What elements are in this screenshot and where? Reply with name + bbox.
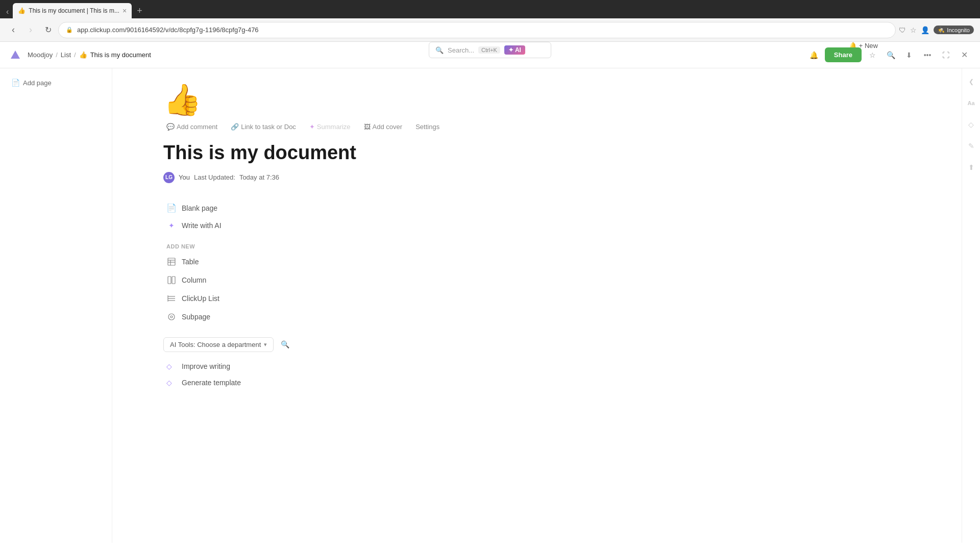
- breadcrumb-sep-1: /: [56, 51, 58, 59]
- add-comment-btn[interactable]: 💬 Add comment: [163, 121, 220, 132]
- nav-actions: 🛡 ☆ 👤 🕵 Incognito: [899, 26, 974, 34]
- header-right-actions: 🔔 Share ☆ 🔍 ⬇ ••• ⛶ ✕: [806, 47, 972, 63]
- column-icon: [166, 275, 177, 285]
- bell-icon-btn[interactable]: 🔔: [806, 47, 822, 63]
- improve-writing-option[interactable]: ◇ Improve writing: [163, 358, 911, 374]
- doc-main: 👍 💬 Add comment 🔗 Link to task or Doc ✦ …: [112, 68, 962, 543]
- breadcrumb-list[interactable]: List: [61, 51, 71, 59]
- doc-meta: LG You Last Updated: Today at 7:36: [163, 172, 911, 183]
- breadcrumb: Moodjoy / List / 👍 This is my document: [28, 51, 801, 59]
- table-option[interactable]: Table: [163, 253, 911, 271]
- right-sidebar-share-btn[interactable]: ⬆: [964, 160, 978, 174]
- add-comment-label: Add comment: [177, 123, 217, 131]
- new-tab-btn[interactable]: +: [134, 6, 145, 18]
- generate-template-label: Generate template: [182, 379, 241, 387]
- more-icon-btn[interactable]: •••: [920, 47, 935, 63]
- ai-tools-row: AI Tools: Choose a department ▾ 🔍: [163, 337, 911, 352]
- svg-rect-5: [168, 277, 171, 284]
- back-btn[interactable]: ‹: [6, 23, 20, 37]
- summarize-label: Summarize: [317, 123, 351, 131]
- clickup-list-label: ClickUp List: [182, 294, 219, 303]
- svg-point-12: [170, 316, 173, 318]
- search-icon-btn[interactable]: 🔍: [883, 47, 898, 63]
- column-label: Column: [182, 276, 206, 284]
- url-lock-icon: 🔒: [66, 27, 73, 33]
- clickup-list-option[interactable]: ClickUp List: [163, 289, 911, 308]
- ai-tools-dropdown[interactable]: AI Tools: Choose a department ▾: [163, 337, 274, 352]
- profile-icon[interactable]: 👤: [921, 26, 929, 34]
- url-text: app.clickup.com/9016164592/v/dc/8cpfg7g-…: [77, 26, 259, 34]
- svg-rect-6: [172, 277, 175, 284]
- doc-emoji: 👍: [163, 85, 911, 115]
- download-icon-btn[interactable]: ⬇: [901, 47, 917, 63]
- shield-icon: 🛡: [899, 26, 906, 34]
- add-page-label: Add page: [23, 79, 52, 87]
- summarize-btn[interactable]: ✦ Summarize: [306, 121, 354, 132]
- improve-writing-icon: ◇: [166, 362, 177, 370]
- add-cover-label: Add cover: [373, 123, 403, 131]
- blank-page-option[interactable]: 📄 Blank page: [163, 199, 911, 217]
- last-updated-label: Last Updated:: [194, 173, 235, 181]
- doc-layout: 📄 Add page 👍 💬 Add comment 🔗 Link to tas…: [0, 68, 980, 543]
- doc-title[interactable]: This is my document: [163, 141, 911, 165]
- incognito-badge: 🕵 Incognito: [934, 26, 974, 34]
- add-page-icon: 📄: [11, 79, 20, 87]
- subpage-option[interactable]: Subpage: [163, 308, 911, 326]
- star-icon-btn[interactable]: ☆: [865, 47, 880, 63]
- tab-favicon: 👍: [18, 7, 26, 14]
- improve-writing-label: Improve writing: [182, 362, 230, 370]
- author-name: You: [179, 173, 190, 181]
- breadcrumb-emoji: 👍: [79, 51, 87, 59]
- tab-back-btn[interactable]: ‹: [4, 7, 11, 16]
- browser-chrome: ‹ 👍 This is my document | This is m... ×…: [0, 0, 980, 42]
- timestamp: Today at 7:36: [239, 173, 279, 181]
- forward-btn[interactable]: ›: [23, 23, 38, 37]
- right-sidebar-text-btn[interactable]: Aa: [964, 96, 978, 110]
- breadcrumb-doc-title: This is my document: [90, 51, 151, 59]
- breadcrumb-workspace[interactable]: Moodjoy: [28, 51, 53, 59]
- active-tab[interactable]: 👍 This is my document | This is m... ×: [13, 3, 132, 18]
- add-new-label: ADD NEW: [163, 238, 911, 253]
- right-sidebar-link-btn[interactable]: ◇: [964, 117, 978, 132]
- generate-template-option[interactable]: ◇ Generate template: [163, 374, 911, 391]
- right-sidebar: ❮ Aa ◇ ✎ ⬆: [962, 68, 980, 543]
- bookmark-icon[interactable]: ☆: [910, 26, 917, 34]
- close-icon-btn[interactable]: ✕: [957, 47, 972, 63]
- right-sidebar-collapse-btn[interactable]: ❮: [964, 74, 978, 89]
- nav-bar: ‹ › ↻ 🔒 app.clickup.com/9016164592/v/dc/…: [0, 18, 980, 42]
- app-logo[interactable]: [8, 48, 22, 62]
- app-header: Moodjoy / List / 👍 This is my document 🔔…: [0, 42, 980, 68]
- content-options: 📄 Blank page ✦ Write with AI: [163, 199, 911, 234]
- settings-label: Settings: [415, 123, 439, 131]
- list-icon: [166, 293, 177, 304]
- svg-marker-0: [11, 51, 20, 59]
- subpage-icon: [166, 312, 177, 322]
- write-with-ai-option[interactable]: ✦ Write with AI: [163, 217, 911, 234]
- left-sidebar: 📄 Add page: [0, 68, 112, 543]
- link-to-task-label: Link to task or Doc: [241, 123, 296, 131]
- add-cover-btn[interactable]: 🖼 Add cover: [361, 121, 406, 132]
- incognito-label: Incognito: [947, 27, 970, 33]
- reload-btn[interactable]: ↻: [41, 23, 55, 37]
- breadcrumb-sep-2: /: [74, 51, 76, 59]
- chevron-down-icon: ▾: [264, 341, 267, 348]
- url-bar[interactable]: 🔒 app.clickup.com/9016164592/v/dc/8cpfg7…: [58, 22, 896, 38]
- svg-point-11: [168, 314, 175, 320]
- share-button[interactable]: Share: [825, 47, 862, 62]
- tab-bar: ‹ 👍 This is my document | This is m... ×…: [0, 0, 980, 18]
- sparkle-icon-2: ✦: [309, 123, 315, 131]
- blank-page-icon: 📄: [166, 203, 177, 213]
- link-to-task-btn[interactable]: 🔗 Link to task or Doc: [228, 121, 299, 132]
- settings-btn[interactable]: Settings: [412, 121, 443, 132]
- expand-icon-btn[interactable]: ⛶: [938, 47, 953, 63]
- write-ai-icon: ✦: [166, 220, 177, 231]
- link-icon: 🔗: [231, 123, 239, 131]
- right-sidebar-edit-btn[interactable]: ✎: [964, 139, 978, 153]
- add-page-btn[interactable]: 📄 Add page: [8, 77, 104, 89]
- tab-close-btn[interactable]: ×: [122, 7, 127, 14]
- blank-page-label: Blank page: [182, 204, 217, 212]
- column-option[interactable]: Column: [163, 271, 911, 289]
- table-label: Table: [182, 258, 199, 266]
- generate-template-icon: ◇: [166, 379, 177, 387]
- ai-tools-search-btn[interactable]: 🔍: [278, 337, 292, 352]
